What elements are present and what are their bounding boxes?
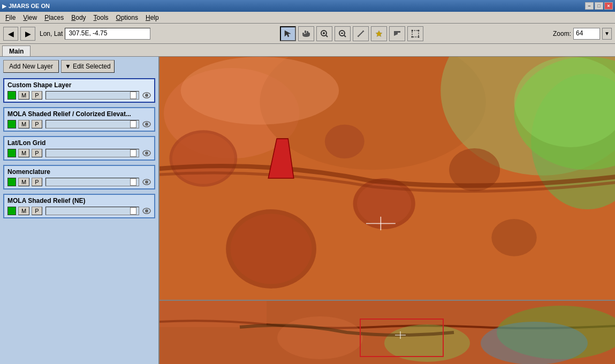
svg-point-19 xyxy=(412,29,413,31)
svg-point-45 xyxy=(325,125,365,158)
svg-marker-0 xyxy=(285,31,291,37)
svg-point-26 xyxy=(145,123,148,126)
select-region-tool-button[interactable] xyxy=(407,26,423,41)
layer-controls-mola-shaded: M P xyxy=(7,120,151,128)
layer-m-button-4[interactable]: M xyxy=(18,207,29,215)
layer-slider-3[interactable] xyxy=(45,178,139,186)
layer-item-mola-shaded[interactable]: MOLA Shaded Relief / Colorized Elevat...… xyxy=(3,107,155,132)
slider-thumb-1[interactable] xyxy=(130,120,136,128)
zoom-value[interactable]: 64 xyxy=(573,28,600,40)
layer-p-button-0[interactable]: P xyxy=(32,91,42,100)
back-button[interactable]: ◀ xyxy=(3,27,18,41)
minimize-button[interactable]: − xyxy=(585,2,594,10)
svg-line-11 xyxy=(358,31,363,36)
layer-color-latlon[interactable] xyxy=(7,149,16,157)
select-tool-button[interactable] xyxy=(280,26,296,41)
slider-thumb-3[interactable] xyxy=(130,178,136,186)
layer-p-button-1[interactable]: P xyxy=(32,120,42,128)
layer-controls-custom-shape: M P xyxy=(7,91,151,100)
layer-slider-1[interactable] xyxy=(45,120,139,128)
slider-track-2 xyxy=(46,149,139,157)
svg-point-41 xyxy=(231,214,312,284)
left-panel: Add New Layer ▼ Edit Selected Custom Sha… xyxy=(0,57,160,364)
zoom-out-tool-button[interactable] xyxy=(335,26,351,41)
layer-color-custom-shape[interactable] xyxy=(7,91,16,100)
layer-visibility-icon-4 xyxy=(142,207,151,215)
titlebar: ▶ JMARS OE ON − □ × xyxy=(0,0,615,12)
slider-thumb-2[interactable] xyxy=(130,149,136,157)
waypoint-tool-button[interactable] xyxy=(389,26,405,41)
close-button[interactable]: × xyxy=(604,2,613,10)
layer-p-button-4[interactable]: P xyxy=(32,207,42,215)
menu-places[interactable]: Places xyxy=(41,13,67,22)
svg-line-15 xyxy=(361,33,362,34)
svg-point-58 xyxy=(481,322,588,364)
add-layer-button[interactable]: Add New Layer xyxy=(3,60,59,73)
svg-point-28 xyxy=(145,151,148,155)
slider-track-1 xyxy=(46,120,139,128)
layer-controls-mola-ne: M P xyxy=(7,207,151,215)
layer-slider-2[interactable] xyxy=(45,149,139,157)
menu-tools[interactable]: Tools xyxy=(90,13,112,22)
measure-tool-button[interactable] xyxy=(353,26,369,41)
forward-button[interactable]: ▶ xyxy=(20,27,35,41)
layer-color-mola-shaded[interactable] xyxy=(7,120,16,128)
map-area[interactable] xyxy=(160,57,615,364)
layer-color-mola-ne[interactable] xyxy=(7,207,16,215)
titlebar-right: − □ × xyxy=(585,2,613,10)
menu-help[interactable]: Help xyxy=(142,13,162,22)
menu-file[interactable]: File xyxy=(2,13,19,22)
slider-track-4 xyxy=(46,207,139,215)
tab-main[interactable]: Main xyxy=(2,46,31,56)
slider-track-3 xyxy=(46,178,139,186)
coord-label: Lon, Lat xyxy=(40,30,63,37)
tabs-bar: Main xyxy=(0,44,615,57)
layer-visibility-icon-2 xyxy=(142,149,151,157)
layer-buttons: Add New Layer ▼ Edit Selected xyxy=(0,57,158,76)
layer-item-latlon[interactable]: Lat/Lon Grid M P xyxy=(3,136,155,161)
layer-title-custom-shape: Custom Shape Layer xyxy=(7,81,151,89)
layer-m-button-0[interactable]: M xyxy=(18,91,29,100)
maximize-button[interactable]: □ xyxy=(595,2,603,10)
toolbar: ◀ ▶ Lon, Lat 307.5E, -4.75 xyxy=(0,24,615,44)
zoom-in-tool-button[interactable] xyxy=(316,26,332,41)
map-overview-view[interactable] xyxy=(160,300,615,364)
layer-slider-4[interactable] xyxy=(45,207,139,215)
svg-point-24 xyxy=(145,94,148,97)
dropdown-arrow-icon: ▼ xyxy=(65,63,71,70)
slider-thumb-4[interactable] xyxy=(130,207,136,215)
layer-item-custom-shape[interactable]: Custom Shape Layer M P xyxy=(3,78,155,103)
layer-item-nomenclature[interactable]: Nomenclature M P xyxy=(3,165,155,189)
main-content: Add New Layer ▼ Edit Selected Custom Sha… xyxy=(0,57,615,364)
layer-m-button-3[interactable]: M xyxy=(18,178,29,186)
svg-point-22 xyxy=(418,36,420,37)
menu-options[interactable]: Options xyxy=(113,13,141,22)
menu-body[interactable]: Body xyxy=(68,13,89,22)
svg-rect-1 xyxy=(305,31,306,33)
slider-thumb-0[interactable] xyxy=(130,92,136,99)
stamp-tool-button[interactable] xyxy=(371,26,387,41)
map-main-view[interactable] xyxy=(160,57,615,300)
svg-marker-16 xyxy=(376,31,382,37)
layer-visibility-icon-0 xyxy=(142,91,151,100)
layer-color-nomenclature[interactable] xyxy=(7,178,16,186)
svg-point-39 xyxy=(172,133,234,184)
layer-p-button-2[interactable]: P xyxy=(32,149,42,157)
svg-line-14 xyxy=(360,35,360,35)
mars-overview-svg xyxy=(160,301,615,364)
zoom-dropdown-button[interactable]: ▼ xyxy=(602,28,612,40)
svg-point-46 xyxy=(491,219,536,256)
menu-view[interactable]: View xyxy=(20,13,40,22)
layer-item-mola-ne[interactable]: MOLA Shaded Relief (NE) M P xyxy=(3,194,155,218)
app-title: JMARS OE ON xyxy=(9,3,50,9)
layer-controls-nomenclature: M P xyxy=(7,178,151,186)
layer-m-button-2[interactable]: M xyxy=(18,149,29,157)
svg-line-7 xyxy=(326,35,328,37)
coord-display: 307.5E, -4.75 xyxy=(65,28,150,40)
edit-selected-button[interactable]: ▼ Edit Selected xyxy=(61,60,115,73)
svg-rect-56 xyxy=(160,301,267,327)
pan-tool-button[interactable] xyxy=(298,26,314,41)
layer-m-button-1[interactable]: M xyxy=(18,120,29,128)
layer-p-button-3[interactable]: P xyxy=(32,178,42,186)
layer-slider-0[interactable] xyxy=(45,91,139,100)
